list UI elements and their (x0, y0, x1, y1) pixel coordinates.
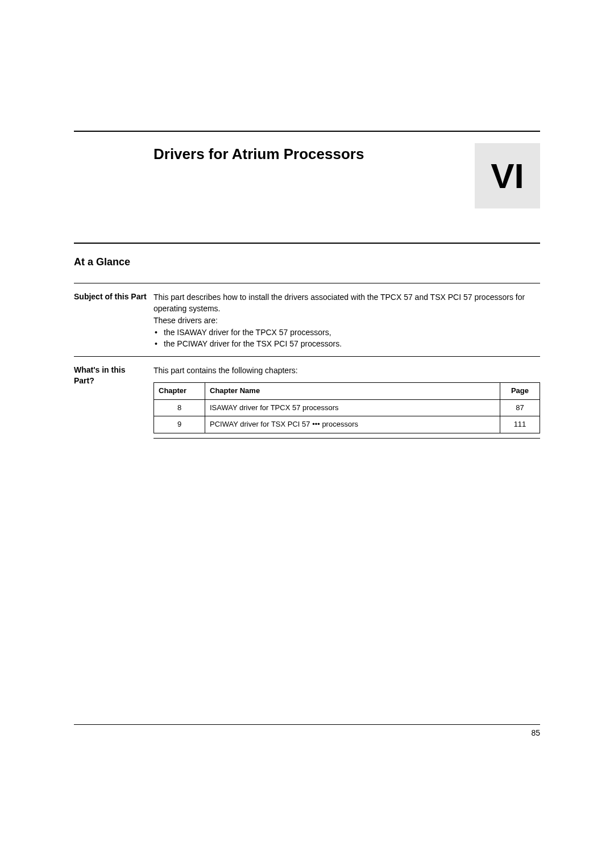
chapters-table: Chapter Chapter Name Page 8 ISAWAY drive… (154, 382, 540, 434)
page-number-footer: 85 (74, 724, 540, 737)
table-row: 9 PCIWAY driver for TSX PCI 57 ••• proce… (154, 416, 540, 433)
cell-page: 111 (500, 416, 540, 433)
whats-in-row: What's in this Part? This part contains … (74, 356, 540, 445)
part-title: Drivers for Atrium Processors (154, 145, 475, 163)
cell-name: PCIWAY driver for TSX PCI 57 ••• process… (205, 416, 500, 433)
whats-in-label: What's in this Part? (74, 365, 154, 386)
cell-chapter: 8 (154, 399, 205, 416)
document-page: Drivers for Atrium Processors VI At a Gl… (0, 0, 614, 445)
th-chapter: Chapter (154, 382, 205, 399)
subject-row: Subject of this Part This part describes… (74, 283, 540, 356)
part-title-block: Drivers for Atrium Processors VI (74, 132, 540, 208)
subject-label: Subject of this Part (74, 291, 154, 302)
bullet-item: the ISAWAY driver for the TPCX 57 proces… (154, 327, 540, 338)
subject-body: This part describes how to install the d… (154, 291, 540, 349)
whats-in-body: This part contains the following chapter… (154, 365, 540, 439)
th-name: Chapter Name (205, 382, 500, 399)
table-row: 8 ISAWAY driver for TPCX 57 processors 8… (154, 399, 540, 416)
cell-chapter: 9 (154, 416, 205, 433)
table-bottom-rule (154, 438, 540, 439)
th-page: Page (500, 382, 540, 399)
part-number-box: VI (475, 143, 540, 208)
bullet-item: the PCIWAY driver for the TSX PCI 57 pro… (154, 338, 540, 349)
at-a-glance-heading: At a Glance (74, 256, 540, 268)
whats-in-intro: This part contains the following chapter… (154, 365, 540, 376)
page-number-value: 85 (531, 728, 540, 737)
cell-page: 87 (500, 399, 540, 416)
table-header-row: Chapter Chapter Name Page (154, 382, 540, 399)
subject-bullets: the ISAWAY driver for the TPCX 57 proces… (154, 327, 540, 350)
subject-drivers-label: These drivers are: (154, 315, 540, 326)
subject-intro: This part describes how to install the d… (154, 291, 540, 315)
part-number: VI (491, 156, 524, 196)
at-a-glance-section: At a Glance Subject of this Part This pa… (74, 243, 540, 445)
cell-name: ISAWAY driver for TPCX 57 processors (205, 399, 500, 416)
